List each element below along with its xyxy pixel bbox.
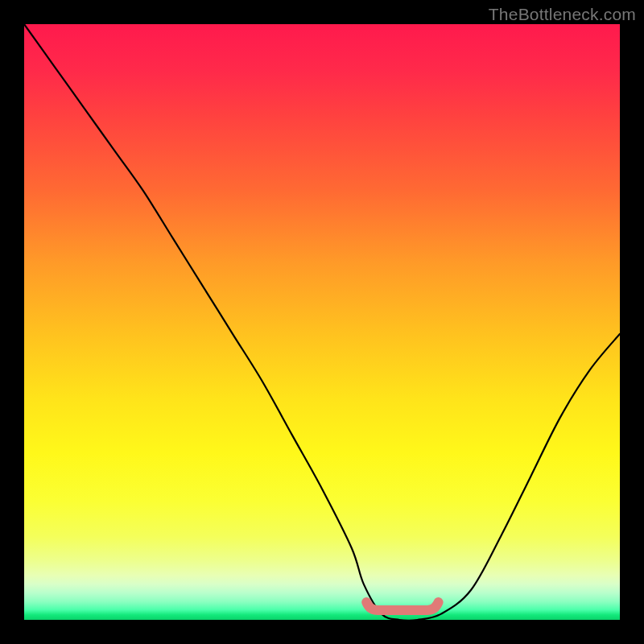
chart-frame: TheBottleneck.com [0, 0, 644, 644]
watermark-text: TheBottleneck.com [489, 5, 636, 24]
plot-area [24, 24, 620, 620]
flat-zone-marker [366, 602, 438, 610]
bottleneck-curve [24, 24, 620, 620]
curve-path [24, 24, 620, 620]
